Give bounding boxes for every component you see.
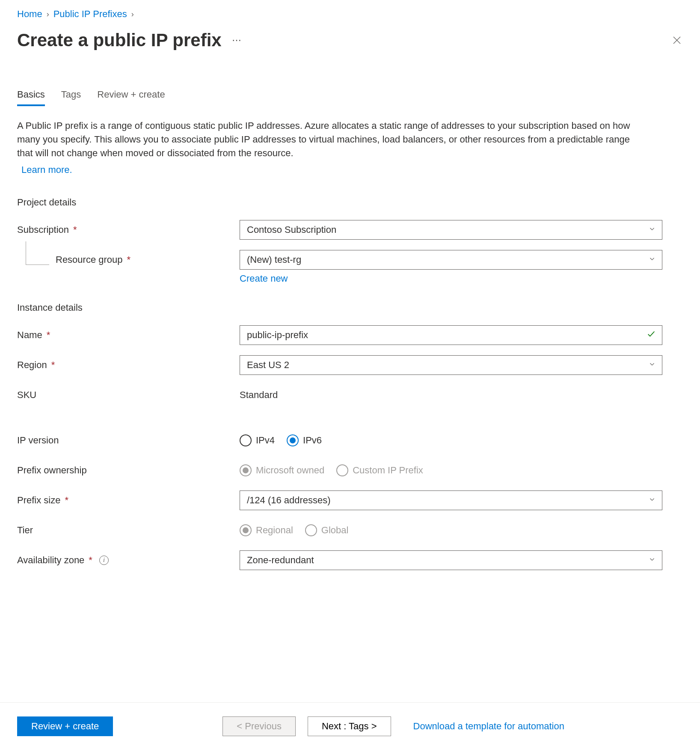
radio-ipv6[interactable]: IPv6 [287, 434, 322, 446]
next-button[interactable]: Next : Tags > [308, 716, 391, 736]
chevron-down-icon [648, 224, 656, 235]
checkmark-icon [647, 329, 656, 341]
chevron-right-icon: › [131, 10, 134, 19]
label-tier: Tier [17, 525, 240, 536]
label-name: Name* [17, 330, 240, 341]
prefix-ownership-radio-group: Microsoft owned Custom IP Prefix [240, 464, 662, 476]
breadcrumb-prefixes[interactable]: Public IP Prefixes [53, 9, 127, 20]
chevron-down-icon [648, 254, 656, 265]
breadcrumb-home[interactable]: Home [17, 9, 42, 20]
tab-tags[interactable]: Tags [61, 89, 81, 106]
info-icon[interactable]: i [99, 556, 109, 565]
page-header: Create a public IP prefix ⋯ [17, 30, 683, 51]
radio-global: Global [305, 524, 349, 536]
review-create-button[interactable]: Review + create [17, 716, 113, 736]
section-instance-details: Instance details [17, 302, 683, 313]
radio-microsoft-owned: Microsoft owned [240, 464, 324, 476]
tabs: Basics Tags Review + create [17, 89, 683, 106]
chevron-down-icon [648, 495, 656, 506]
page-title: Create a public IP prefix [17, 30, 222, 51]
chevron-right-icon: › [47, 10, 49, 19]
sku-value: Standard [240, 389, 278, 400]
close-button[interactable] [671, 34, 683, 46]
download-template-link[interactable]: Download a template for automation [413, 721, 564, 732]
tier-radio-group: Regional Global [240, 524, 662, 536]
label-availability-zone: Availability zone* i [17, 555, 240, 566]
subscription-select[interactable]: Contoso Subscription [240, 220, 662, 240]
breadcrumb: Home › Public IP Prefixes › [17, 9, 683, 20]
availability-zone-select[interactable]: Zone-redundant [240, 550, 662, 570]
radio-regional: Regional [240, 524, 293, 536]
name-input[interactable]: public-ip-prefix [240, 325, 662, 345]
label-subscription: Subscription* [17, 224, 240, 235]
create-new-link[interactable]: Create new [240, 273, 288, 284]
radio-custom-prefix: Custom IP Prefix [336, 464, 423, 476]
region-select[interactable]: East US 2 [240, 355, 662, 375]
label-prefix-size: Prefix size* [17, 495, 240, 506]
label-ip-version: IP version [17, 435, 240, 446]
learn-more-link[interactable]: Learn more. [21, 164, 72, 175]
tab-review[interactable]: Review + create [97, 89, 165, 106]
label-prefix-ownership: Prefix ownership [17, 465, 240, 476]
section-project-details: Project details [17, 197, 683, 208]
footer-bar: Review + create < Previous Next : Tags >… [0, 702, 700, 736]
more-menu-button[interactable]: ⋯ [232, 35, 242, 46]
chevron-down-icon [648, 360, 656, 371]
previous-button: < Previous [222, 716, 296, 736]
tab-basics[interactable]: Basics [17, 89, 45, 106]
label-region: Region* [17, 360, 240, 371]
chevron-down-icon [648, 555, 656, 566]
prefix-size-select[interactable]: /124 (16 addresses) [240, 490, 662, 510]
label-sku: SKU [17, 389, 240, 401]
description-text: A Public IP prefix is a range of contigu… [17, 119, 638, 160]
resource-group-select[interactable]: (New) test-rg [240, 250, 662, 270]
label-resource-group: Resource group* [17, 254, 240, 265]
ip-version-radio-group: IPv4 IPv6 [240, 434, 662, 446]
radio-ipv4[interactable]: IPv4 [240, 434, 275, 446]
